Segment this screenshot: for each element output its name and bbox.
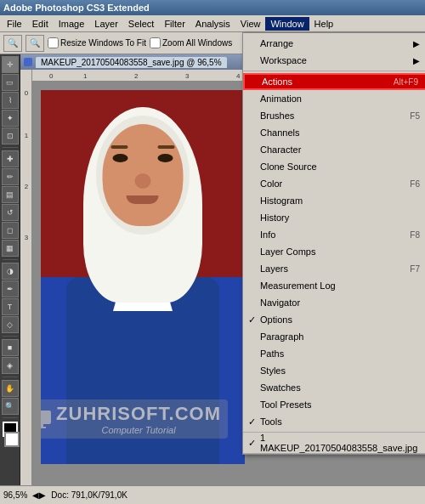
menu-options[interactable]: ✓ Options — [243, 311, 425, 328]
document-tab[interactable]: MAKEUP_20170504083558_save.jpg @ 96,5% — [36, 57, 227, 68]
brushes-label: Brushes — [260, 110, 294, 121]
workspace-label: Workspace — [260, 55, 307, 65]
tools-label: Tools — [260, 416, 282, 427]
eye-right — [158, 154, 173, 162]
doc1-checkmark: ✓ — [248, 438, 256, 449]
layers-shortcut: F7 — [410, 264, 420, 274]
tool-dodge[interactable]: ◑ — [2, 263, 19, 280]
menu-color[interactable]: Color F6 — [243, 175, 425, 192]
zoom-level: 96,5% — [3, 490, 27, 500]
menu-edit[interactable]: Edit — [27, 17, 54, 31]
menu-navigator[interactable]: Navigator — [243, 294, 425, 311]
menu-info[interactable]: Info F8 — [243, 226, 425, 243]
resize-windows-label[interactable]: Resize Windows To Fit — [48, 37, 146, 48]
toolbox: ✛ ▭ ⌇ ✦ ⊡ ✚ ✏ ▤ ↺ ◻ ▦ ◑ ✒ T ◇ ■ ◈ ✋ 🔍 — [0, 54, 20, 485]
workspace-arrow: ▶ — [413, 56, 420, 65]
tool-3d[interactable]: ◈ — [2, 357, 19, 374]
tool-path[interactable]: ◇ — [2, 316, 19, 333]
menu-layer-comps[interactable]: Layer Comps — [243, 243, 425, 260]
info-shortcut: F8 — [410, 230, 420, 240]
menu-view[interactable]: View — [235, 17, 266, 31]
status-bar: 96,5% ◀▶ Doc: 791,0K/791,0K — [0, 485, 425, 504]
tool-pen[interactable]: ✒ — [2, 280, 19, 297]
menu-measurement-log[interactable]: Measurement Log — [243, 277, 425, 294]
svg-text:1: 1 — [83, 72, 88, 80]
svg-text:0: 0 — [25, 89, 29, 97]
svg-rect-12 — [41, 427, 46, 428]
mouth — [127, 195, 159, 204]
menu-styles[interactable]: Styles — [243, 362, 425, 379]
menu-actions[interactable]: Actions Alt+F9 — [243, 73, 425, 90]
title-bar: Adobe Photoshop CS3 Extended — [0, 0, 425, 15]
photo-image: ZUHRISOFT.COM Computer Tutorial — [41, 90, 245, 464]
arrange-label: Arrange — [260, 38, 293, 48]
tool-separator-3 — [3, 336, 18, 337]
dropdown-section-1: Arrange ▶ Workspace ▶ — [243, 33, 425, 71]
menu-help[interactable]: Help — [309, 17, 339, 31]
tool-gradient[interactable]: ▦ — [2, 240, 19, 257]
menu-workspace[interactable]: Workspace ▶ — [243, 52, 425, 69]
menu-filter[interactable]: Filter — [159, 17, 190, 31]
tool-hand[interactable]: ✋ — [2, 380, 19, 397]
menu-image[interactable]: Image — [54, 17, 90, 31]
menu-tools[interactable]: ✓ Tools — [243, 413, 425, 430]
swatches-label: Swatches — [260, 382, 301, 393]
actions-label: Actions — [262, 76, 292, 87]
status-arrow-btn[interactable]: ◀▶ — [32, 490, 46, 500]
window-dropdown-menu: Arrange ▶ Workspace ▶ Actions Alt+F9 Ani… — [242, 32, 425, 455]
info-label: Info — [260, 229, 275, 240]
eyebrow-left — [111, 145, 128, 149]
menu-history[interactable]: History — [243, 209, 425, 226]
tool-separator-2 — [3, 259, 18, 260]
svg-text:3: 3 — [185, 72, 190, 80]
tool-eraser[interactable]: ◻ — [2, 222, 19, 239]
history-label: History — [260, 212, 289, 223]
tool-separator-5 — [3, 417, 18, 418]
face — [103, 124, 184, 226]
tool-crop[interactable]: ⊡ — [2, 127, 19, 144]
menu-arrange[interactable]: Arrange ▶ — [243, 35, 425, 52]
menu-animation[interactable]: Animation — [243, 90, 425, 107]
menu-select[interactable]: Select — [123, 17, 160, 31]
tool-history[interactable]: ↺ — [2, 204, 19, 221]
tool-healing[interactable]: ✚ — [2, 150, 19, 167]
svg-text:2: 2 — [25, 183, 29, 190]
menu-layer[interactable]: Layer — [89, 17, 123, 31]
menu-tool-presets[interactable]: Tool Presets — [243, 396, 425, 413]
ps-icon — [24, 58, 32, 66]
tools-checkmark: ✓ — [248, 416, 256, 428]
menu-clone-source[interactable]: Clone Source — [243, 158, 425, 175]
menu-file[interactable]: File — [2, 17, 27, 31]
menu-document-1[interactable]: ✓ 1 MAKEUP_20170504083558_save.jpg — [243, 434, 425, 451]
menu-paths[interactable]: Paths — [243, 345, 425, 362]
tool-lasso[interactable]: ⌇ — [2, 92, 19, 109]
tool-zoom[interactable]: 🔍 — [2, 398, 19, 415]
tool-marquee[interactable]: ▭ — [2, 74, 19, 91]
resize-windows-checkbox[interactable] — [48, 37, 59, 48]
tool-stamp[interactable]: ▤ — [2, 186, 19, 203]
zoom-all-label[interactable]: Zoom All Windows — [150, 37, 232, 48]
background-color[interactable] — [4, 432, 20, 447]
tool-move[interactable]: ✛ — [2, 56, 19, 73]
menu-swatches[interactable]: Swatches — [243, 379, 425, 396]
menu-histogram[interactable]: Histogram — [243, 192, 425, 209]
tool-brush[interactable]: ✏ — [2, 168, 19, 185]
brushes-shortcut: F5 — [410, 111, 420, 121]
menu-layers[interactable]: Layers F7 — [243, 260, 425, 277]
zoom-in-button[interactable]: 🔍 — [3, 35, 22, 52]
menu-window[interactable]: Window — [265, 17, 309, 31]
menu-channels[interactable]: Channels — [243, 124, 425, 141]
menu-character[interactable]: Character — [243, 141, 425, 158]
character-label: Character — [260, 144, 301, 155]
menu-analysis[interactable]: Analysis — [190, 17, 235, 31]
tool-text[interactable]: T — [2, 298, 19, 315]
tool-shape[interactable]: ■ — [2, 339, 19, 356]
options-label: Options — [260, 314, 292, 325]
zoom-out-button[interactable]: 🔍 — [26, 35, 44, 52]
menu-paragraph[interactable]: Paragraph — [243, 328, 425, 345]
zoom-all-checkbox[interactable] — [150, 37, 161, 48]
layers-label: Layers — [260, 263, 288, 274]
tool-magic-wand[interactable]: ✦ — [2, 110, 19, 127]
paragraph-label: Paragraph — [260, 331, 303, 342]
menu-brushes[interactable]: Brushes F5 — [243, 107, 425, 124]
